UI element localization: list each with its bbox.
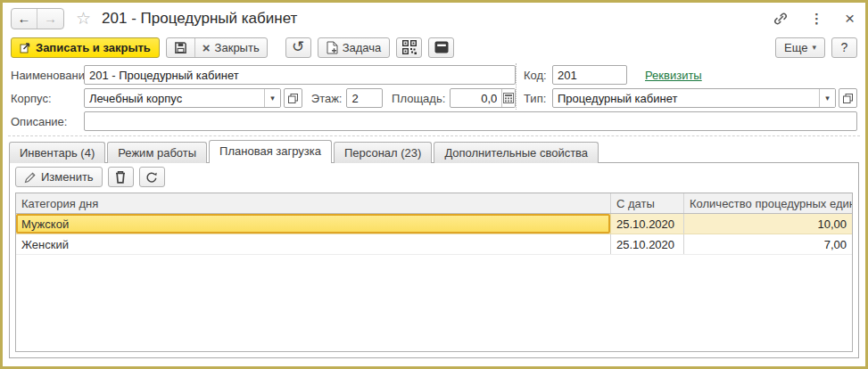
building-input[interactable] bbox=[85, 89, 264, 107]
window-bottom-padding bbox=[3, 358, 865, 366]
type-label: Тип: bbox=[524, 92, 552, 105]
column-header-day-category[interactable]: Категория дня bbox=[16, 193, 611, 213]
building-open-button[interactable] bbox=[284, 88, 302, 108]
edit-button-label: Изменить bbox=[41, 170, 94, 184]
cell-qty[interactable]: 7,00 bbox=[684, 234, 852, 254]
cell-date[interactable]: 25.10.2020 bbox=[611, 214, 684, 234]
code-input[interactable] bbox=[553, 66, 626, 84]
area-field[interactable] bbox=[450, 88, 516, 108]
task-icon bbox=[327, 41, 338, 54]
requisites-link[interactable]: Реквизиты bbox=[645, 69, 702, 82]
type-dropdown-icon[interactable]: ▾ bbox=[819, 89, 835, 107]
back-button[interactable]: ← bbox=[12, 9, 37, 29]
code-label: Код: bbox=[524, 69, 552, 82]
help-label: ? bbox=[841, 40, 848, 54]
archive-box-icon bbox=[434, 41, 449, 53]
nav-button-group: ← → bbox=[11, 8, 64, 29]
link-icon[interactable] bbox=[773, 11, 789, 27]
tab-bar: Инвентарь (4) Режим работы Плановая загр… bbox=[3, 136, 865, 162]
trash-icon bbox=[114, 170, 127, 184]
delete-button[interactable] bbox=[108, 167, 134, 187]
forward-icon: → bbox=[44, 11, 57, 26]
name-field[interactable] bbox=[84, 65, 516, 85]
app-window: ← → ☆ 201 - Процедурный кабинет ⋮ × Запи… bbox=[0, 0, 868, 369]
pencil-icon bbox=[24, 171, 37, 184]
close-button-label: Закрыть bbox=[215, 41, 260, 54]
table-empty-area bbox=[16, 255, 852, 351]
floor-input[interactable] bbox=[347, 89, 382, 107]
tab-inventory[interactable]: Инвентарь (4) bbox=[9, 142, 105, 163]
save-close-icon bbox=[20, 42, 31, 53]
name-label: Наименование: bbox=[11, 69, 84, 82]
page-title: 201 - Процедурный кабинет bbox=[102, 10, 297, 28]
tab-additional-properties[interactable]: Дополнительные свойства bbox=[434, 142, 599, 163]
task-button-label: Задача bbox=[343, 41, 382, 54]
more-menu-icon[interactable]: ⋮ bbox=[810, 11, 823, 27]
back-icon: ← bbox=[18, 11, 31, 26]
cell-category[interactable]: Мужской bbox=[16, 214, 611, 234]
type-input[interactable] bbox=[553, 89, 819, 107]
name-input[interactable] bbox=[85, 66, 515, 84]
form-fields: Наименование: Корпус: ▾ Этаж: bbox=[3, 61, 865, 133]
cell-qty[interactable]: 10,00 bbox=[684, 214, 852, 234]
table-row[interactable]: Женский 25.10.2020 7,00 bbox=[16, 234, 852, 255]
task-button[interactable]: Задача bbox=[318, 37, 391, 58]
qr-code-button[interactable] bbox=[396, 37, 422, 58]
history-button[interactable]: ↺ bbox=[285, 37, 311, 58]
building-field[interactable]: ▾ bbox=[84, 88, 281, 108]
favorite-star-icon[interactable]: ☆ bbox=[76, 8, 91, 29]
description-field[interactable] bbox=[84, 111, 857, 131]
qr-code-icon bbox=[402, 40, 417, 54]
archive-box-button[interactable] bbox=[428, 37, 454, 58]
history-icon: ↺ bbox=[292, 39, 304, 54]
description-label: Описание: bbox=[11, 115, 84, 128]
more-actions-button[interactable]: Еще ▾ bbox=[775, 37, 825, 58]
type-open-button[interactable] bbox=[839, 88, 857, 108]
column-header-from-date[interactable]: С даты bbox=[611, 193, 684, 213]
save-icon bbox=[174, 41, 187, 54]
floor-label: Этаж: bbox=[311, 92, 343, 105]
column-header-procedure-units[interactable]: Количество процедурных единиц bbox=[684, 193, 852, 213]
forward-button[interactable]: → bbox=[37, 9, 63, 29]
main-toolbar: Записать и закрыть × Закрыть ↺ Задача bbox=[3, 34, 865, 61]
table-toolbar: Изменить bbox=[10, 163, 858, 190]
building-label: Корпус: bbox=[11, 92, 84, 105]
table-header-row: Категория дня С даты Количество процедур… bbox=[16, 193, 852, 214]
tab-personnel[interactable]: Персонал (23) bbox=[334, 142, 432, 163]
active-cell[interactable]: Мужской bbox=[16, 214, 610, 234]
calculator-icon[interactable] bbox=[501, 89, 515, 107]
cell-date[interactable]: 25.10.2020 bbox=[611, 234, 684, 254]
tab-work-mode[interactable]: Режим работы bbox=[107, 142, 207, 163]
window-header: ← → ☆ 201 - Процедурный кабинет ⋮ × bbox=[3, 3, 865, 34]
cell-category[interactable]: Женский bbox=[16, 234, 611, 254]
more-actions-label: Еще bbox=[784, 41, 807, 54]
area-label: Площадь: bbox=[392, 92, 445, 105]
description-input[interactable] bbox=[85, 112, 856, 130]
help-button[interactable]: ? bbox=[831, 37, 857, 58]
refresh-icon bbox=[145, 171, 158, 184]
code-field[interactable] bbox=[552, 65, 627, 85]
save-button[interactable] bbox=[167, 38, 194, 57]
building-dropdown-icon[interactable]: ▾ bbox=[264, 89, 279, 107]
save-close-label: Записать и закрыть bbox=[36, 41, 151, 54]
planned-load-table: Категория дня С даты Количество процедур… bbox=[15, 193, 853, 352]
area-input[interactable] bbox=[451, 89, 501, 107]
close-x-icon: × bbox=[203, 41, 211, 54]
refresh-button[interactable] bbox=[139, 167, 165, 187]
tab-planned-load[interactable]: Плановая загрузка bbox=[209, 140, 332, 163]
save-close-group: × Закрыть bbox=[166, 37, 268, 58]
edit-button[interactable]: Изменить bbox=[15, 167, 103, 187]
floor-field[interactable] bbox=[346, 88, 383, 108]
close-button[interactable]: × Закрыть bbox=[194, 38, 267, 57]
close-icon[interactable]: × bbox=[845, 9, 855, 29]
chevron-down-icon: ▾ bbox=[812, 43, 816, 52]
type-field[interactable]: ▾ bbox=[552, 88, 836, 108]
table-row[interactable]: Мужской 25.10.2020 10,00 bbox=[16, 214, 852, 234]
tab-content-panel: Изменить Категория дня С даты Количество… bbox=[9, 162, 859, 358]
save-and-close-button[interactable]: Записать и закрыть bbox=[11, 37, 160, 58]
